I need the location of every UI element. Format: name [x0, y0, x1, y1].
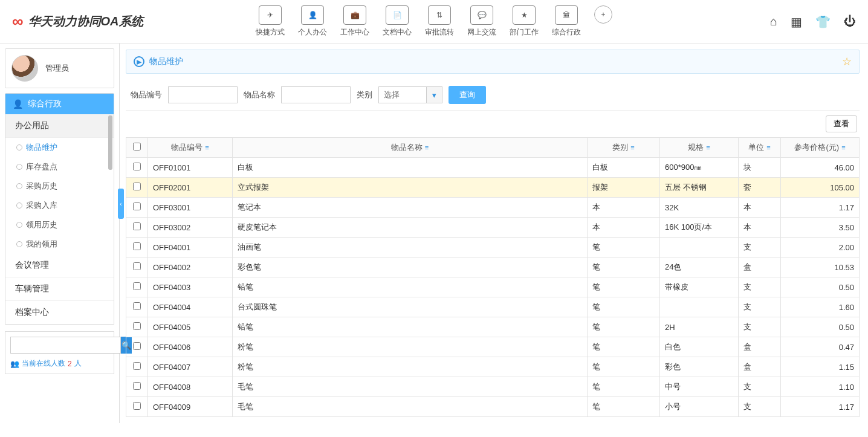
table-row[interactable]: OFF04009毛笔笔小号支1.17 [126, 397, 860, 417]
row-checkbox[interactable] [133, 242, 141, 250]
topnav-dept[interactable]: ★部门工作 [510, 5, 539, 37]
table-row[interactable]: OFF04007粉笔笔彩色盒1.15 [126, 357, 860, 377]
header-price[interactable]: 参考价格(元)≡ [781, 138, 860, 158]
cell-spec: 32K [660, 198, 739, 218]
page-title: 物品维护 [149, 56, 183, 67]
cell-unit: 支 [739, 317, 781, 337]
row-checkbox[interactable] [133, 402, 141, 410]
online-label: 当前在线人数 [22, 358, 65, 369]
cell-code: OFF02001 [148, 178, 233, 198]
building-icon: 🏛 [555, 5, 578, 25]
cell-cat: 笔 [588, 317, 660, 337]
topnav-arrows[interactable]: ⇅审批流转 [425, 5, 454, 37]
table-row[interactable]: OFF04005铅笔笔2H支0.50 [126, 317, 860, 337]
sort-icon: ≡ [205, 144, 209, 151]
topnav-doc[interactable]: 📄文档中心 [383, 5, 412, 37]
table-row[interactable]: OFF04001油画笔笔支2.00 [126, 238, 860, 257]
cell-code: OFF04004 [148, 297, 233, 317]
filter-code-input[interactable] [168, 86, 238, 103]
table-row[interactable]: OFF01001白板白板600*900㎜块46.00 [126, 158, 860, 178]
cell-name: 立式报架 [233, 178, 588, 198]
home-icon[interactable]: ⌂ [770, 15, 777, 28]
people-icon: 👥 [10, 360, 19, 368]
table-row[interactable]: OFF04008毛笔笔中号支1.10 [126, 377, 860, 397]
side-menu: 办公用品物品维护库存盘点采购历史采购入库领用历史我的领用会议管理车辆管理档案中心 [5, 114, 114, 325]
dept-icon: ★ [513, 5, 536, 25]
sidebar-search-input[interactable] [10, 337, 121, 354]
row-checkbox[interactable] [133, 163, 141, 170]
table-row[interactable]: OFF02001立式报架报架五层 不锈钢套105.00 [126, 178, 860, 198]
cell-spec: 16K 100页/本 [660, 218, 739, 238]
table-row[interactable]: OFF04002彩色笔笔24色盒10.53 [126, 257, 860, 277]
row-checkbox[interactable] [133, 342, 141, 350]
side-leaf[interactable]: 物品维护 [5, 138, 114, 157]
chevron-down-icon[interactable]: ▾ [427, 86, 442, 103]
cell-cat: 本 [588, 198, 660, 218]
topnav-user[interactable]: 👤个人办公 [298, 5, 327, 37]
plus-icon: + [594, 5, 612, 24]
cell-code: OFF04001 [148, 238, 233, 257]
cell-name: 铅笔 [233, 317, 588, 337]
row-checkbox[interactable] [133, 183, 141, 190]
row-checkbox[interactable] [133, 222, 141, 230]
row-checkbox[interactable] [133, 282, 141, 290]
topnav-add[interactable]: + [594, 5, 612, 37]
cell-unit: 套 [739, 178, 781, 198]
sort-icon: ≡ [841, 144, 845, 151]
table-row[interactable]: OFF03001笔记本本32K本1.17 [126, 198, 860, 218]
cell-unit: 支 [739, 377, 781, 397]
row-checkbox[interactable] [133, 382, 141, 390]
side-leaf[interactable]: 领用历史 [5, 215, 114, 235]
cell-cat: 笔 [588, 297, 660, 317]
table-row[interactable]: OFF04003铅笔笔带橡皮支0.50 [126, 277, 860, 297]
side-group[interactable]: 档案中心 [5, 301, 114, 325]
header-code[interactable]: 物品编号≡ [148, 138, 233, 158]
favorite-icon[interactable]: ☆ [842, 55, 852, 68]
topnav-chat[interactable]: 💬网上交流 [467, 5, 496, 37]
topnav-send[interactable]: ✈快捷方式 [256, 5, 285, 37]
row-checkbox[interactable] [133, 302, 141, 310]
cell-code: OFF04009 [148, 397, 233, 417]
cell-name: 白板 [233, 158, 588, 178]
topnav-building[interactable]: 🏛综合行政 [552, 5, 581, 37]
filter-name-label: 物品名称 [244, 89, 275, 100]
filter-name-input[interactable] [281, 86, 351, 103]
sort-icon: ≡ [706, 144, 710, 151]
topnav-label: 部门工作 [510, 27, 539, 37]
view-button[interactable]: 查看 [826, 115, 857, 132]
cell-unit: 盒 [739, 337, 781, 357]
query-button[interactable]: 查询 [449, 86, 486, 104]
cell-price: 3.50 [781, 218, 860, 238]
side-leaf[interactable]: 采购历史 [5, 176, 114, 196]
side-leaf[interactable]: 采购入库 [5, 196, 114, 215]
side-group[interactable]: 车辆管理 [5, 277, 114, 301]
cell-price: 0.47 [781, 337, 860, 357]
topnav-briefcase[interactable]: 💼工作中心 [340, 5, 369, 37]
row-checkbox[interactable] [133, 322, 141, 330]
theme-icon[interactable]: 👕 [815, 15, 831, 29]
cell-unit: 支 [739, 238, 781, 257]
table-row[interactable]: OFF04006粉笔笔白色盒0.47 [126, 337, 860, 357]
header-cat[interactable]: 类别≡ [588, 138, 660, 158]
cell-price: 46.00 [781, 158, 860, 178]
power-icon[interactable]: ⏻ [844, 15, 856, 28]
cell-price: 1.17 [781, 198, 860, 218]
row-checkbox[interactable] [133, 202, 141, 210]
side-group[interactable]: 办公用品 [5, 114, 114, 138]
header-spec[interactable]: 规格≡ [660, 138, 739, 158]
cell-cat: 笔 [588, 238, 660, 257]
side-leaf[interactable]: 我的领用 [5, 235, 114, 254]
filter-cat-select[interactable]: 选择 ▾ [378, 86, 442, 103]
row-checkbox[interactable] [133, 362, 141, 370]
table-row[interactable]: OFF04004台式圆珠笔笔支1.60 [126, 297, 860, 317]
side-leaf[interactable]: 库存盘点 [5, 157, 114, 176]
topnav-label: 网上交流 [467, 27, 496, 37]
header-unit[interactable]: 单位≡ [739, 138, 781, 158]
apps-icon[interactable]: ▦ [791, 15, 802, 29]
topnav-label: 审批流转 [425, 27, 454, 37]
header-name[interactable]: 物品名称≡ [233, 138, 588, 158]
side-group[interactable]: 会议管理 [5, 254, 114, 277]
row-checkbox[interactable] [133, 262, 141, 270]
select-all-checkbox[interactable] [133, 143, 141, 151]
table-row[interactable]: OFF03002硬皮笔记本本16K 100页/本本3.50 [126, 218, 860, 238]
